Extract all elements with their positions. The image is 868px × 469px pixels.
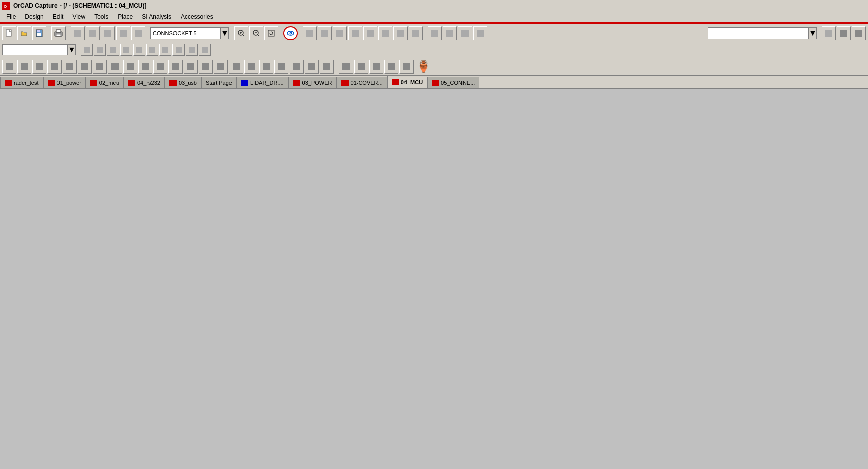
toolbar2-btn-6[interactable] xyxy=(146,44,158,56)
tab-05-conne[interactable]: 05_CONNE... xyxy=(427,77,479,88)
toolbar-btn-12[interactable] xyxy=(393,26,408,40)
toolbar-btn-6[interactable] xyxy=(303,26,317,40)
toolbar3-btn-11[interactable] xyxy=(153,60,167,74)
toolbar-btn-2[interactable] xyxy=(86,26,100,40)
toolbar2-btn-1[interactable] xyxy=(81,44,93,56)
toolbar3-btn-17[interactable] xyxy=(244,60,258,74)
tab-03-usb[interactable]: 03_usb xyxy=(165,77,201,88)
print-button[interactable] xyxy=(51,26,66,40)
svg-rect-50 xyxy=(202,47,208,53)
toolbar-btn-5[interactable] xyxy=(131,26,145,40)
tab-04-rs232[interactable]: 04_rs232 xyxy=(124,77,165,88)
menu-item-place[interactable]: Place xyxy=(113,12,137,21)
toolbar2-btn-7[interactable] xyxy=(159,44,171,56)
toolbar3-btn-16[interactable] xyxy=(229,60,243,74)
component-dropdown-arrow[interactable]: ▼ xyxy=(221,27,229,39)
svg-rect-27 xyxy=(321,30,328,37)
toolbar-btn-15[interactable] xyxy=(443,26,457,40)
toolbar3-btn-10[interactable] xyxy=(138,60,152,74)
save-button[interactable] xyxy=(32,26,46,40)
toolbar3-btn-22[interactable] xyxy=(320,60,334,74)
toolbar3-btn-6[interactable] xyxy=(78,60,92,74)
toolbar-btn-14[interactable] xyxy=(428,26,442,40)
menu-item-si[interactable]: SI Analysis xyxy=(138,12,176,21)
menu-item-edit[interactable]: Edit xyxy=(49,12,68,21)
zoom-in-button[interactable] xyxy=(234,26,248,40)
toolbar-btn-13[interactable] xyxy=(409,26,423,40)
toolbar3-btn-7[interactable] xyxy=(93,60,107,74)
toolbar-btn-18[interactable] xyxy=(822,26,836,40)
menu-item-file[interactable]: File xyxy=(2,12,20,21)
toolbar3-btn-27[interactable] xyxy=(399,60,414,74)
new-button[interactable] xyxy=(2,26,16,40)
tab-rader-test[interactable]: rader_test xyxy=(0,77,43,88)
gold-icon: 🏺 xyxy=(417,60,430,73)
toolbar3-btn-19[interactable] xyxy=(274,60,288,74)
zoom-out-button[interactable] xyxy=(249,26,263,40)
toolbar3-btn-20[interactable] xyxy=(290,60,304,74)
zoom-fit-button[interactable] xyxy=(264,26,278,40)
menu-item-design[interactable]: Design xyxy=(21,12,47,21)
toolbar-btn-8[interactable] xyxy=(333,26,347,40)
toolbar-btn-4[interactable] xyxy=(116,26,130,40)
toolbar3-btn-12[interactable] xyxy=(168,60,183,74)
toolbar-btn-20[interactable] xyxy=(852,26,866,40)
toolbar3-btn-23[interactable] xyxy=(339,60,353,74)
svg-rect-11 xyxy=(104,30,111,37)
tab-start-page[interactable]: Start Page xyxy=(201,77,237,88)
toolbar3-btn-21[interactable] xyxy=(305,60,319,74)
tab-02-mcu[interactable]: 02_mcu xyxy=(86,77,124,88)
toolbar2-btn-9[interactable] xyxy=(186,44,198,56)
small-dropdown-arrow[interactable]: ▼ xyxy=(68,44,76,55)
open-button[interactable] xyxy=(17,26,31,40)
toolbar2-btn-8[interactable] xyxy=(172,44,185,56)
toolbar3-btn-8[interactable] xyxy=(108,60,122,74)
toolbar3-btn-24[interactable] xyxy=(354,60,368,74)
toolbar2-btn-2[interactable] xyxy=(94,44,106,56)
menu-item-tools[interactable]: Tools xyxy=(90,12,112,21)
toolbar-btn-3[interactable] xyxy=(101,26,115,40)
toolbar-btn-19[interactable] xyxy=(837,26,851,40)
svg-rect-51 xyxy=(6,63,13,70)
toolbar-btn-1[interactable] xyxy=(71,26,85,40)
toolbar-btn-11[interactable] xyxy=(378,26,392,40)
small-dropdown[interactable] xyxy=(2,44,68,55)
toolbar-btn-7[interactable] xyxy=(318,26,332,40)
tab-icon-02-mcu xyxy=(90,80,97,86)
tab-03-power[interactable]: 03_POWER xyxy=(288,77,337,88)
tab-01-cover[interactable]: 01-COVER... xyxy=(337,77,387,88)
tab-lidar-dr[interactable]: LIDAR_DR.... xyxy=(237,77,288,88)
toolbar3-btn-13[interactable] xyxy=(184,60,198,74)
toolbar3-btn-1[interactable] xyxy=(2,60,16,74)
toolbar-btn-16[interactable] xyxy=(458,26,472,40)
toolbar-btn-9[interactable] xyxy=(348,26,362,40)
svg-rect-12 xyxy=(120,30,127,37)
toolbar3-btn-3[interactable] xyxy=(32,60,46,74)
toolbar-btn-10[interactable] xyxy=(363,26,377,40)
toolbar3-btn-4[interactable] xyxy=(47,60,62,74)
toolbar3-btn-14[interactable] xyxy=(199,60,213,74)
toolbar-btn-17[interactable] xyxy=(473,26,487,40)
toolbar3-btn-2[interactable] xyxy=(17,60,31,74)
toolbar2-btn-3[interactable] xyxy=(107,44,119,56)
toolbar2-btn-5[interactable] xyxy=(133,44,145,56)
svg-point-22 xyxy=(270,32,273,35)
toolbar3-btn-9[interactable] xyxy=(123,60,137,74)
toolbar2-btn-4[interactable] xyxy=(120,44,132,56)
svg-rect-32 xyxy=(397,30,404,37)
tab-01-power[interactable]: 01_power xyxy=(43,77,86,88)
toolbar3-btn-26[interactable] xyxy=(384,60,398,74)
toolbar3-btn-25[interactable] xyxy=(369,60,383,74)
tab-04-mcu[interactable]: 04_MCU xyxy=(387,76,427,88)
menu-item-accessories[interactable]: Accessories xyxy=(177,12,217,21)
show-hide-button[interactable] xyxy=(283,26,298,40)
right-dropdown[interactable] xyxy=(708,27,808,39)
toolbar3-btn-5[interactable] xyxy=(63,60,77,74)
toolbar3-btn-18[interactable] xyxy=(259,60,273,74)
right-dropdown-arrow[interactable]: ▼ xyxy=(808,27,817,39)
toolbar3-btn-15[interactable] xyxy=(214,60,228,74)
component-dropdown[interactable]: CONNSOCKET 5 xyxy=(150,27,221,39)
toolbar2-btn-10[interactable] xyxy=(199,44,211,56)
svg-rect-42 xyxy=(97,47,103,53)
menu-item-view[interactable]: View xyxy=(68,12,89,21)
